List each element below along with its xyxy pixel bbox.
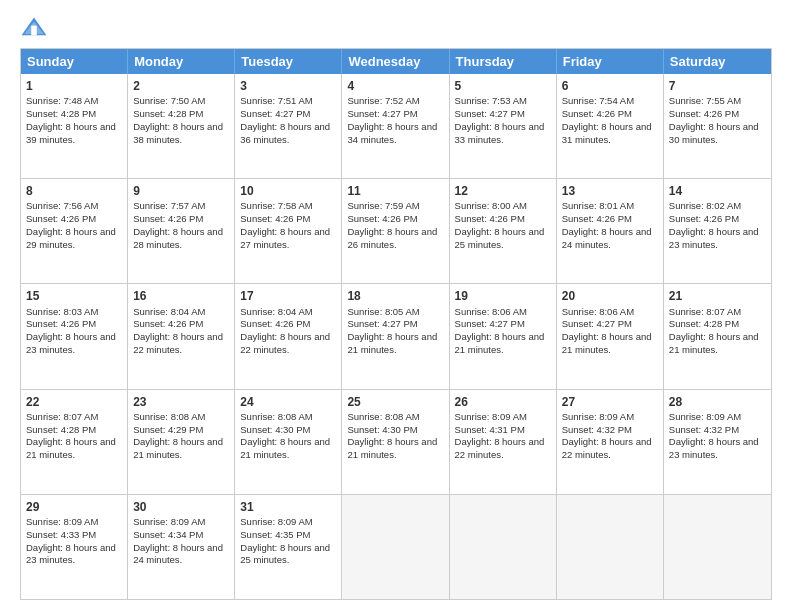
- day-number: 14: [669, 183, 766, 199]
- calendar-body: 1Sunrise: 7:48 AMSunset: 4:28 PMDaylight…: [21, 74, 771, 599]
- calendar-day-28: 28Sunrise: 8:09 AMSunset: 4:32 PMDayligh…: [664, 390, 771, 494]
- sunrise: Sunrise: 8:04 AM: [133, 306, 205, 317]
- daylight: Daylight: 8 hours and 23 minutes.: [669, 436, 759, 460]
- sunset: Sunset: 4:26 PM: [347, 213, 417, 224]
- day-number: 22: [26, 394, 122, 410]
- day-number: 3: [240, 78, 336, 94]
- day-number: 21: [669, 288, 766, 304]
- calendar-day-23: 23Sunrise: 8:08 AMSunset: 4:29 PMDayligh…: [128, 390, 235, 494]
- calendar-row-2: 8Sunrise: 7:56 AMSunset: 4:26 PMDaylight…: [21, 178, 771, 283]
- sunrise: Sunrise: 8:02 AM: [669, 200, 741, 211]
- day-number: 16: [133, 288, 229, 304]
- sunrise: Sunrise: 8:08 AM: [240, 411, 312, 422]
- sunset: Sunset: 4:26 PM: [26, 213, 96, 224]
- calendar-day-17: 17Sunrise: 8:04 AMSunset: 4:26 PMDayligh…: [235, 284, 342, 388]
- calendar-day-6: 6Sunrise: 7:54 AMSunset: 4:26 PMDaylight…: [557, 74, 664, 178]
- day-number: 9: [133, 183, 229, 199]
- daylight: Daylight: 8 hours and 21 minutes.: [133, 436, 223, 460]
- day-number: 2: [133, 78, 229, 94]
- daylight: Daylight: 8 hours and 29 minutes.: [26, 226, 116, 250]
- day-number: 13: [562, 183, 658, 199]
- sunset: Sunset: 4:26 PM: [133, 213, 203, 224]
- daylight: Daylight: 8 hours and 31 minutes.: [562, 121, 652, 145]
- sunset: Sunset: 4:29 PM: [133, 424, 203, 435]
- sunset: Sunset: 4:32 PM: [562, 424, 632, 435]
- daylight: Daylight: 8 hours and 21 minutes.: [347, 436, 437, 460]
- calendar-day-1: 1Sunrise: 7:48 AMSunset: 4:28 PMDaylight…: [21, 74, 128, 178]
- sunset: Sunset: 4:28 PM: [26, 424, 96, 435]
- sunset: Sunset: 4:26 PM: [669, 213, 739, 224]
- daylight: Daylight: 8 hours and 26 minutes.: [347, 226, 437, 250]
- daylight: Daylight: 8 hours and 21 minutes.: [240, 436, 330, 460]
- sunrise: Sunrise: 8:09 AM: [26, 516, 98, 527]
- sunrise: Sunrise: 8:03 AM: [26, 306, 98, 317]
- sunset: Sunset: 4:26 PM: [669, 108, 739, 119]
- calendar-day-31: 31Sunrise: 8:09 AMSunset: 4:35 PMDayligh…: [235, 495, 342, 599]
- page: SundayMondayTuesdayWednesdayThursdayFrid…: [0, 0, 792, 612]
- sunset: Sunset: 4:28 PM: [26, 108, 96, 119]
- sunset: Sunset: 4:27 PM: [240, 108, 310, 119]
- daylight: Daylight: 8 hours and 22 minutes.: [455, 436, 545, 460]
- calendar-day-20: 20Sunrise: 8:06 AMSunset: 4:27 PMDayligh…: [557, 284, 664, 388]
- day-number: 5: [455, 78, 551, 94]
- daylight: Daylight: 8 hours and 25 minutes.: [240, 542, 330, 566]
- calendar-day-30: 30Sunrise: 8:09 AMSunset: 4:34 PMDayligh…: [128, 495, 235, 599]
- sunrise: Sunrise: 8:09 AM: [133, 516, 205, 527]
- calendar-day-29: 29Sunrise: 8:09 AMSunset: 4:33 PMDayligh…: [21, 495, 128, 599]
- sunrise: Sunrise: 8:06 AM: [455, 306, 527, 317]
- sunset: Sunset: 4:26 PM: [455, 213, 525, 224]
- calendar-day-27: 27Sunrise: 8:09 AMSunset: 4:32 PMDayligh…: [557, 390, 664, 494]
- sunrise: Sunrise: 8:01 AM: [562, 200, 634, 211]
- daylight: Daylight: 8 hours and 22 minutes.: [133, 331, 223, 355]
- sunrise: Sunrise: 8:08 AM: [133, 411, 205, 422]
- day-number: 19: [455, 288, 551, 304]
- sunset: Sunset: 4:33 PM: [26, 529, 96, 540]
- sunrise: Sunrise: 7:51 AM: [240, 95, 312, 106]
- daylight: Daylight: 8 hours and 34 minutes.: [347, 121, 437, 145]
- daylight: Daylight: 8 hours and 21 minutes.: [669, 331, 759, 355]
- day-number: 27: [562, 394, 658, 410]
- svg-rect-2: [31, 26, 37, 36]
- calendar-day-2: 2Sunrise: 7:50 AMSunset: 4:28 PMDaylight…: [128, 74, 235, 178]
- sunrise: Sunrise: 7:54 AM: [562, 95, 634, 106]
- day-number: 28: [669, 394, 766, 410]
- calendar-day-3: 3Sunrise: 7:51 AMSunset: 4:27 PMDaylight…: [235, 74, 342, 178]
- day-number: 31: [240, 499, 336, 515]
- calendar-empty-cell: [664, 495, 771, 599]
- daylight: Daylight: 8 hours and 21 minutes.: [455, 331, 545, 355]
- day-number: 30: [133, 499, 229, 515]
- day-number: 4: [347, 78, 443, 94]
- calendar-row-4: 22Sunrise: 8:07 AMSunset: 4:28 PMDayligh…: [21, 389, 771, 494]
- daylight: Daylight: 8 hours and 28 minutes.: [133, 226, 223, 250]
- sunrise: Sunrise: 7:57 AM: [133, 200, 205, 211]
- daylight: Daylight: 8 hours and 24 minutes.: [562, 226, 652, 250]
- calendar-day-26: 26Sunrise: 8:09 AMSunset: 4:31 PMDayligh…: [450, 390, 557, 494]
- calendar-day-12: 12Sunrise: 8:00 AMSunset: 4:26 PMDayligh…: [450, 179, 557, 283]
- sunrise: Sunrise: 7:53 AM: [455, 95, 527, 106]
- calendar-day-24: 24Sunrise: 8:08 AMSunset: 4:30 PMDayligh…: [235, 390, 342, 494]
- day-number: 23: [133, 394, 229, 410]
- sunset: Sunset: 4:27 PM: [455, 108, 525, 119]
- calendar-day-5: 5Sunrise: 7:53 AMSunset: 4:27 PMDaylight…: [450, 74, 557, 178]
- calendar-empty-cell: [342, 495, 449, 599]
- sunrise: Sunrise: 8:09 AM: [240, 516, 312, 527]
- day-number: 11: [347, 183, 443, 199]
- calendar-row-5: 29Sunrise: 8:09 AMSunset: 4:33 PMDayligh…: [21, 494, 771, 599]
- day-number: 17: [240, 288, 336, 304]
- calendar-day-7: 7Sunrise: 7:55 AMSunset: 4:26 PMDaylight…: [664, 74, 771, 178]
- sunset: Sunset: 4:27 PM: [347, 108, 417, 119]
- sunset: Sunset: 4:26 PM: [562, 108, 632, 119]
- logo-icon: [20, 16, 48, 38]
- sunset: Sunset: 4:26 PM: [562, 213, 632, 224]
- sunrise: Sunrise: 8:08 AM: [347, 411, 419, 422]
- day-number: 7: [669, 78, 766, 94]
- sunset: Sunset: 4:31 PM: [455, 424, 525, 435]
- calendar-day-13: 13Sunrise: 8:01 AMSunset: 4:26 PMDayligh…: [557, 179, 664, 283]
- sunrise: Sunrise: 7:56 AM: [26, 200, 98, 211]
- sunset: Sunset: 4:34 PM: [133, 529, 203, 540]
- day-number: 15: [26, 288, 122, 304]
- calendar-empty-cell: [557, 495, 664, 599]
- sunrise: Sunrise: 8:04 AM: [240, 306, 312, 317]
- sunrise: Sunrise: 8:07 AM: [26, 411, 98, 422]
- sunset: Sunset: 4:30 PM: [240, 424, 310, 435]
